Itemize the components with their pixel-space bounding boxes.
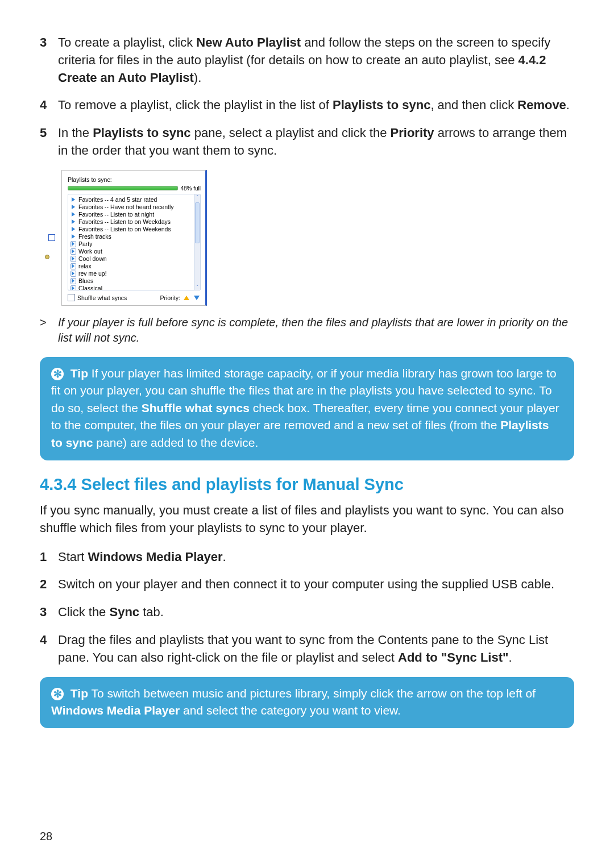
tip-library-switch-box: ✻ Tip To switch between music and pictur… bbox=[40, 677, 574, 729]
playlist-label: Work out bbox=[78, 248, 102, 255]
playlist-icon bbox=[70, 234, 76, 239]
playlist-icon bbox=[70, 197, 76, 202]
priority-down-icon[interactable] bbox=[193, 294, 201, 302]
playlist-row[interactable]: Favorites -- Listen to on Weekends bbox=[70, 226, 194, 233]
step-5: 5 In the Playlists to sync pane, select … bbox=[40, 124, 574, 160]
step-b-4: 4 Drag the files and playlists that you … bbox=[40, 632, 574, 667]
playlist-icon bbox=[70, 241, 76, 247]
tip-asterisk-icon: ✻ bbox=[51, 368, 64, 380]
playlist-row[interactable]: Cool down bbox=[70, 255, 194, 263]
playlists-list[interactable]: Favorites -- 4 and 5 star ratedFavorites… bbox=[68, 194, 201, 290]
step-b-2: 2 Switch on your player and then connect… bbox=[40, 576, 574, 593]
playlist-icon bbox=[70, 263, 76, 269]
side-dot-icon bbox=[45, 255, 49, 259]
step-text: To create a playlist, click New Auto Pla… bbox=[58, 34, 574, 86]
playlists-sync-screenshot: Playlists to sync: 48% full Favorites --… bbox=[61, 170, 207, 306]
playlist-label: relax bbox=[78, 263, 92, 270]
playlist-icon bbox=[70, 204, 76, 210]
scroll-down-icon[interactable]: ˅ bbox=[194, 284, 200, 290]
step-text: Switch on your player and then connect i… bbox=[58, 576, 574, 593]
playlist-row[interactable]: Fresh tracks bbox=[70, 233, 194, 240]
tip-label: Tip bbox=[70, 687, 88, 700]
note-text: If your player is full before sync is co… bbox=[58, 315, 574, 346]
section-heading: 4.3.4 Select files and playlists for Man… bbox=[40, 475, 574, 494]
scrollbar[interactable]: ˄ ˅ bbox=[194, 194, 200, 290]
step-3: 3 To create a playlist, click New Auto P… bbox=[40, 34, 574, 86]
playlist-row[interactable]: Blues bbox=[70, 277, 194, 285]
step-number: 4 bbox=[40, 632, 58, 667]
playlist-icon bbox=[70, 278, 76, 284]
section-intro: If you sync manually, you must create a … bbox=[40, 502, 574, 537]
playlist-row[interactable]: Party bbox=[70, 240, 194, 248]
step-b-3: 3 Click the Sync tab. bbox=[40, 604, 574, 621]
storage-full-text: 48% full bbox=[180, 185, 201, 192]
playlist-row[interactable]: rev me up! bbox=[70, 270, 194, 277]
step-text: Click the Sync tab. bbox=[58, 604, 574, 621]
playlist-row[interactable]: Favorites -- Listen to at night bbox=[70, 211, 194, 218]
playlist-label: Favorites -- Listen to at night bbox=[78, 211, 154, 218]
step-number: 5 bbox=[40, 124, 58, 160]
shuffle-label: Shuffle what syncs bbox=[77, 294, 127, 301]
playlist-icon bbox=[70, 219, 76, 225]
playlist-icon bbox=[70, 271, 76, 277]
side-mark-icon bbox=[48, 234, 55, 241]
scroll-thumb[interactable] bbox=[195, 202, 200, 243]
playlist-row[interactable]: Work out bbox=[70, 248, 194, 255]
step-4: 4 To remove a playlist, click the playli… bbox=[40, 97, 574, 114]
playlist-row[interactable]: Favorites -- Have not heard recently bbox=[70, 203, 194, 211]
playlist-icon bbox=[70, 211, 76, 217]
shuffle-option[interactable]: Shuffle what syncs bbox=[68, 294, 127, 301]
playlist-label: rev me up! bbox=[78, 270, 107, 277]
angle-icon: > bbox=[40, 315, 58, 346]
step-number: 3 bbox=[40, 604, 58, 621]
playlist-label: Favorites -- Listen to on Weekdays bbox=[78, 218, 171, 226]
page-number: 28 bbox=[40, 830, 52, 843]
tip-shuffle-box: ✻ Tip If your player has limited storage… bbox=[40, 357, 574, 460]
playlist-row[interactable]: relax bbox=[70, 263, 194, 270]
playlist-row[interactable]: Classical bbox=[70, 285, 194, 290]
playlist-icon bbox=[70, 248, 76, 255]
playlist-label: Favorites -- Have not heard recently bbox=[78, 203, 174, 211]
storage-bar bbox=[68, 186, 178, 190]
sync-priority-note: > If your player is full before sync is … bbox=[40, 315, 574, 346]
playlist-row[interactable]: Favorites -- Listen to on Weekdays bbox=[70, 218, 194, 226]
playlist-label: Classical bbox=[78, 285, 102, 290]
playlist-label: Favorites -- Listen to on Weekends bbox=[78, 226, 171, 233]
playlist-icon bbox=[70, 256, 76, 262]
playlist-label: Fresh tracks bbox=[78, 233, 111, 240]
shuffle-checkbox[interactable] bbox=[68, 294, 75, 301]
playlist-icon bbox=[70, 226, 76, 232]
playlist-label: Blues bbox=[78, 277, 93, 285]
step-b-1: 1 Start Windows Media Player. bbox=[40, 549, 574, 566]
step-number: 1 bbox=[40, 549, 58, 566]
playlist-label: Favorites -- 4 and 5 star rated bbox=[78, 196, 157, 203]
playlist-label: Party bbox=[78, 240, 93, 248]
step-text: Drag the files and playlists that you wa… bbox=[58, 632, 574, 667]
step-text: In the Playlists to sync pane, select a … bbox=[58, 124, 574, 160]
step-text: Start Windows Media Player. bbox=[58, 549, 574, 566]
priority-label: Priority: bbox=[160, 294, 180, 301]
playlists-title: Playlists to sync: bbox=[68, 176, 201, 183]
step-text: To remove a playlist, click the playlist… bbox=[58, 97, 574, 114]
playlist-icon bbox=[70, 285, 76, 290]
tip-asterisk-icon: ✻ bbox=[51, 688, 64, 700]
tip-label: Tip bbox=[70, 367, 88, 380]
playlist-row[interactable]: Favorites -- 4 and 5 star rated bbox=[70, 196, 194, 203]
step-number: 4 bbox=[40, 97, 58, 114]
step-number: 2 bbox=[40, 576, 58, 593]
playlist-label: Cool down bbox=[78, 255, 107, 263]
priority-up-icon[interactable] bbox=[182, 294, 190, 302]
scroll-up-icon[interactable]: ˄ bbox=[194, 194, 200, 200]
step-number: 3 bbox=[40, 34, 58, 86]
